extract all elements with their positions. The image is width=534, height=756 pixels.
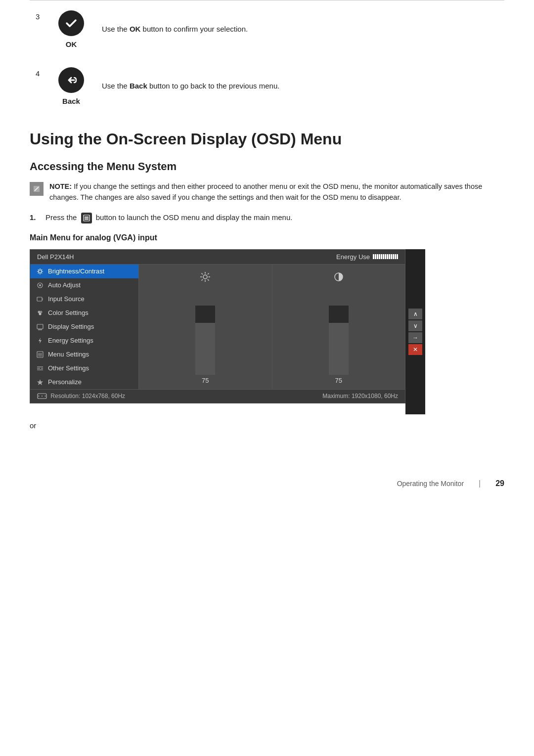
- back-circle-icon: [58, 67, 84, 93]
- inputsource-icon-svg: [37, 296, 44, 303]
- osd-screenshot: Dell P2X14H Energy Use: [30, 249, 504, 414]
- osd-resolution: Resolution: 1024x768, 60Hz: [37, 393, 125, 400]
- energy-bar: [373, 254, 398, 259]
- osd-center-bar-fill: [195, 323, 215, 375]
- osd-menu-item-colorsettings: Color Settings: [30, 306, 138, 320]
- svg-marker-35: [37, 379, 43, 385]
- energy-seg-5: [381, 254, 382, 259]
- autoadjust-icon-svg: [37, 282, 44, 289]
- menu-icon-svg: [83, 215, 90, 222]
- osd-center-panel: 75: [139, 265, 272, 389]
- footer-divider: |: [479, 479, 481, 488]
- svg-line-13: [42, 269, 42, 270]
- brightness-icon: [36, 267, 44, 275]
- energy-seg-7: [385, 254, 386, 259]
- contrast-icon-svg: [333, 271, 344, 282]
- back-description: Use the Back button to go back to the pr…: [92, 58, 503, 114]
- osd-menu-item-brightness: Brightness/Contrast: [30, 265, 138, 278]
- personalize-label: Personalize: [48, 378, 82, 386]
- button-reference-table: 3 OK Use the OK button to confirm your s…: [30, 0, 504, 115]
- note-text: NOTE: If you change the settings and the…: [49, 181, 504, 203]
- energy-seg-2: [375, 254, 376, 259]
- row-number: 4: [31, 58, 50, 114]
- step-number: 1.: [30, 212, 42, 223]
- menusettings-label: Menu Settings: [48, 351, 89, 358]
- pencil-icon: [33, 185, 41, 193]
- nav-down-button[interactable]: ∨: [408, 320, 422, 331]
- nav-right-button[interactable]: →: [408, 332, 422, 343]
- autoadjust-icon: [36, 281, 44, 289]
- othersettings-icon: [36, 364, 44, 372]
- ok-bold: OK: [130, 25, 141, 33]
- energy-seg-3: [377, 254, 378, 259]
- sun-icon-svg: [37, 268, 44, 275]
- svg-line-44: [202, 279, 203, 281]
- autoadjust-label: Auto Adjust: [48, 281, 81, 289]
- osd-footer: Resolution: 1024x768, 60Hz Maximum: 1920…: [30, 389, 405, 403]
- svg-line-11: [38, 269, 39, 270]
- brightness-sun-icon: [200, 271, 211, 285]
- osd-menu-item-othersettings: Other Settings: [30, 361, 138, 375]
- osd-center-bar-wrap: 75: [195, 306, 215, 384]
- nav-up-button[interactable]: ∧: [408, 309, 422, 319]
- vga-icon-svg: [37, 393, 47, 400]
- energy-seg-12: [395, 254, 396, 259]
- energy-seg-1: [373, 254, 374, 259]
- step-text-before: Press the: [45, 213, 77, 222]
- ok-icon-cell: OK: [51, 1, 91, 57]
- checkmark-svg: [64, 16, 78, 30]
- colorsettings-icon: [36, 309, 44, 317]
- footer-label: Operating the Monitor: [397, 480, 464, 488]
- svg-line-12: [42, 273, 42, 273]
- ok-circle-icon: [58, 10, 84, 36]
- nav-close-button[interactable]: ✕: [408, 344, 422, 355]
- osd-right-bar-wrap: 75: [329, 306, 349, 384]
- energy-seg-10: [391, 254, 392, 259]
- energy-seg-8: [387, 254, 388, 259]
- brightness-label: Brightness/Contrast: [48, 267, 104, 275]
- svg-point-16: [39, 284, 41, 286]
- osd-center-bar: [195, 306, 215, 375]
- svg-rect-4: [85, 218, 89, 219]
- osd-body: Brightness/Contrast Auto Adjust: [30, 265, 405, 389]
- othersettings-icon-svg: [37, 365, 44, 372]
- energy-seg-6: [383, 254, 384, 259]
- osd-center-value: 75: [202, 377, 209, 384]
- osd-right-bar: [329, 306, 349, 375]
- osd-menu-item-displaysettings: Display Settings: [30, 320, 138, 334]
- energysettings-label: Energy Settings: [48, 337, 93, 344]
- svg-rect-23: [37, 324, 43, 329]
- osd-menu-item-inputsource: Input Source: [30, 292, 138, 306]
- note-content: If you change the settings and then eith…: [49, 182, 482, 201]
- main-heading: Using the On-Screen Display (OSD) Menu: [30, 130, 504, 148]
- svg-rect-17: [37, 297, 42, 301]
- svg-line-41: [202, 273, 203, 274]
- back-svg: [64, 73, 78, 87]
- back-icon-cell: Back: [51, 58, 91, 114]
- svg-point-48: [42, 396, 43, 397]
- note-label: NOTE:: [49, 182, 72, 190]
- osd-energy-label: Energy Use: [336, 253, 370, 261]
- osd-right-panel: 75: [272, 265, 405, 389]
- osd-menu-item-autoadjust: Auto Adjust: [30, 278, 138, 292]
- energy-seg-9: [389, 254, 390, 259]
- osd-menu-item-personalize: Personalize: [30, 375, 138, 389]
- row-number: 3: [31, 1, 50, 57]
- star-icon-svg: [37, 379, 44, 386]
- step-text: Press the button to launch the OSD menu …: [45, 212, 292, 223]
- back-label: Back: [56, 97, 86, 105]
- osd-model: Dell P2X14H: [37, 253, 74, 261]
- note-block: NOTE: If you change the settings and the…: [30, 181, 504, 203]
- page-footer: Operating the Monitor | 29: [30, 469, 504, 488]
- displaysettings-icon: [36, 323, 44, 331]
- colorsettings-label: Color Settings: [48, 309, 89, 316]
- svg-point-49: [45, 396, 46, 397]
- subsub-heading: Main Menu for analog (VGA) input: [30, 233, 504, 242]
- osd-menu-item-energysettings: Energy Settings: [30, 334, 138, 348]
- ok-description: Use the OK button to confirm your select…: [92, 1, 503, 57]
- osd-right-bar-fill: [329, 323, 349, 375]
- back-bold: Back: [130, 82, 147, 90]
- svg-rect-3: [85, 217, 89, 218]
- displaysettings-icon-svg: [37, 323, 44, 330]
- osd-right-value: 75: [335, 377, 342, 384]
